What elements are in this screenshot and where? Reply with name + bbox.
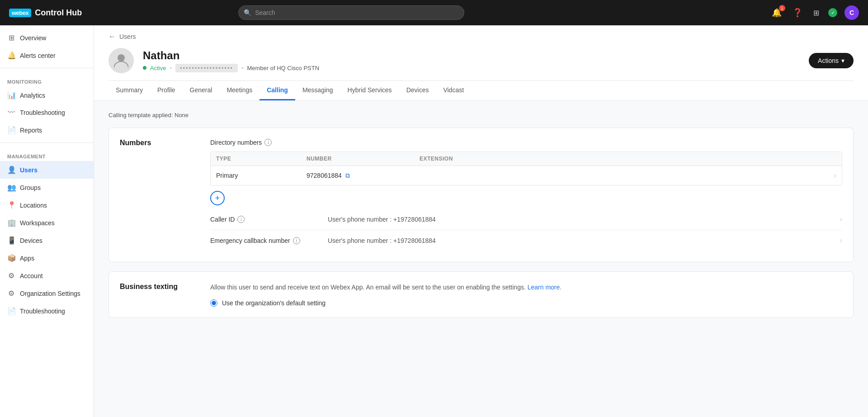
account-icon: ⚙ (7, 271, 15, 280)
emergency-callback-arrow-icon: › (840, 237, 842, 245)
avatar[interactable]: C (844, 5, 859, 20)
caller-id-arrow-icon: › (840, 215, 842, 223)
main-content: ← Users Nathan Active • ••••••••• (94, 25, 868, 417)
caller-id-info-icon[interactable]: i (237, 216, 245, 223)
sidebar-item-org-settings[interactable]: ⚙ Organization Settings (0, 284, 94, 302)
troubleshooting-icon: 〰 (7, 109, 15, 117)
sidebar-item-workspaces[interactable]: 🏢 Workspaces (0, 214, 94, 232)
sidebar-item-label: Apps (20, 255, 34, 262)
sidebar-item-apps[interactable]: 📦 Apps (0, 249, 94, 267)
sidebar: ⊞ Overview 🔔 Alerts center Monitoring 📊 … (0, 25, 94, 417)
tab-hybrid-services[interactable]: Hybrid Services (340, 81, 399, 100)
directory-numbers-info-icon[interactable]: i (264, 139, 272, 146)
sidebar-item-label: Workspaces (20, 219, 55, 227)
page-header: ← Users Nathan Active • ••••••••• (94, 25, 868, 101)
sidebar-item-troubleshooting-2[interactable]: 📄 Troubleshooting (0, 302, 94, 320)
locations-icon: 📍 (7, 201, 15, 209)
org-settings-icon: ⚙ (7, 289, 15, 298)
tab-calling[interactable]: Calling (259, 81, 295, 100)
emergency-callback-text: Emergency callback number (210, 237, 290, 244)
sidebar-item-overview[interactable]: ⊞ Overview (0, 29, 94, 47)
directory-numbers-text: Directory numbers (210, 139, 262, 146)
back-arrow-icon: ← (108, 33, 116, 41)
emergency-callback-info-icon[interactable]: i (293, 237, 300, 244)
sidebar-item-label: Users (20, 166, 38, 174)
sidebar-item-locations[interactable]: 📍 Locations (0, 196, 94, 214)
emergency-callback-value: User's phone number : +19728061884 (328, 237, 840, 244)
breadcrumb[interactable]: ← Users (108, 33, 854, 41)
users-icon: 👤 (7, 166, 15, 174)
apps-icon: 📦 (7, 254, 15, 262)
sidebar-item-label: Organization Settings (20, 290, 80, 297)
tab-messaging[interactable]: Messaging (295, 81, 340, 100)
sidebar-item-reports[interactable]: 📄 Reports (0, 121, 94, 139)
search-container: 🔍 (238, 5, 464, 20)
doc-icon: 📄 (7, 307, 15, 315)
table-row[interactable]: Primary 9728061884 ⧉ › (210, 166, 842, 185)
user-avatar-large (108, 48, 134, 73)
tab-summary[interactable]: Summary (108, 81, 150, 100)
directory-numbers-label: Directory numbers i (210, 139, 842, 146)
sidebar-item-users[interactable]: 👤 Users (0, 161, 94, 179)
row-type: Primary (216, 172, 307, 179)
svg-point-0 (118, 54, 125, 62)
radio-default-setting[interactable] (210, 299, 217, 307)
actions-button[interactable]: Actions ▾ (809, 53, 854, 68)
sidebar-item-label: Account (20, 272, 43, 280)
row-arrow-icon: › (834, 171, 836, 180)
sidebar-item-troubleshooting[interactable]: 〰 Troubleshooting (0, 104, 94, 121)
calling-template-bar: Calling template applied: None (108, 112, 854, 118)
sidebar-item-analytics[interactable]: 📊 Analytics (0, 86, 94, 104)
analytics-icon: 📊 (7, 91, 15, 100)
sidebar-item-label: Locations (20, 202, 47, 209)
devices-icon: 📱 (7, 236, 15, 245)
status-indicator (143, 66, 146, 70)
tab-devices[interactable]: Devices (399, 81, 436, 100)
learn-more-link[interactable]: Learn more. (528, 284, 561, 291)
help-button[interactable]: ❓ (791, 6, 804, 19)
business-texting-desc: Allow this user to send and receive text… (210, 283, 842, 292)
page-body: Calling template applied: None Numbers D… (94, 101, 868, 338)
notifications-button[interactable]: 🔔 1 (770, 6, 783, 19)
user-status: Active (150, 65, 166, 71)
home-icon: ⊞ (7, 33, 15, 42)
search-input[interactable] (238, 5, 464, 20)
top-navigation: webex Control Hub 🔍 🔔 1 ❓ ⊞ ✓ C (0, 0, 868, 25)
sidebar-item-label: Groups (20, 184, 41, 191)
user-name: Nathan (143, 49, 800, 62)
sidebar-divider-2 (0, 142, 94, 143)
caller-id-row[interactable]: Caller ID i User's phone number : +19728… (210, 209, 842, 230)
caller-id-value: User's phone number : +19728061884 (328, 216, 840, 223)
tab-meetings[interactable]: Meetings (219, 81, 259, 100)
row-number-value: 9728061884 (307, 172, 342, 179)
management-section-label: Management (0, 147, 94, 161)
apps-button[interactable]: ⊞ (811, 6, 821, 19)
sidebar-item-account[interactable]: ⚙ Account (0, 267, 94, 284)
app-logo: webex Control Hub (9, 8, 82, 18)
numbers-section-title: Numbers (120, 139, 192, 147)
numbers-table-header: Type Number Extension (210, 152, 842, 166)
tab-general[interactable]: General (183, 81, 220, 100)
sidebar-item-label: Reports (20, 127, 42, 134)
caller-id-text: Caller ID (210, 216, 235, 223)
tab-vidcast[interactable]: Vidcast (436, 81, 471, 100)
sidebar-item-label: Alerts center (20, 52, 56, 59)
sidebar-item-alerts-center[interactable]: 🔔 Alerts center (0, 47, 94, 64)
copy-icon[interactable]: ⧉ (345, 172, 350, 180)
sync-status-icon: ✓ (828, 8, 837, 17)
meta-separator-1: • (170, 65, 172, 71)
sidebar-item-devices[interactable]: 📱 Devices (0, 232, 94, 249)
breadcrumb-label: Users (119, 33, 136, 40)
radio-option-default: Use the organization's default setting (210, 299, 842, 307)
template-value: None (175, 112, 189, 118)
user-meta: Active • •••••••••••••••••• • Member of … (143, 64, 800, 72)
sidebar-item-label: Devices (20, 237, 42, 244)
webex-logo-mark: webex (9, 9, 31, 17)
sidebar-item-groups[interactable]: 👥 Groups (0, 179, 94, 196)
workspaces-icon: 🏢 (7, 218, 15, 227)
emergency-callback-row[interactable]: Emergency callback number i User's phone… (210, 230, 842, 251)
main-layout: ⊞ Overview 🔔 Alerts center Monitoring 📊 … (0, 25, 868, 417)
monitoring-section-label: Monitoring (0, 72, 94, 86)
tab-profile[interactable]: Profile (150, 81, 183, 100)
add-number-button[interactable]: + (210, 191, 225, 205)
